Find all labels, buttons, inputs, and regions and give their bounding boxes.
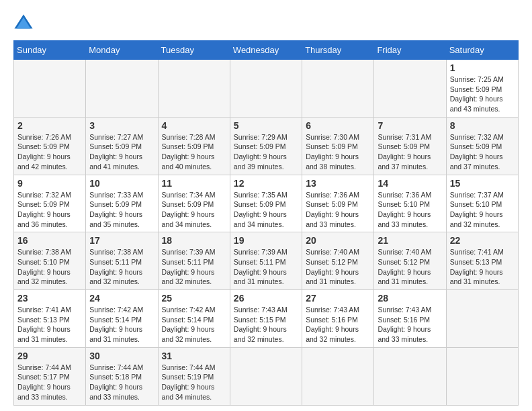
calendar-cell: 28Sunrise: 7:43 AMSunset: 5:16 PMDayligh…	[374, 290, 446, 348]
day-info: Sunrise: 7:37 AMSunset: 5:10 PMDaylight:…	[450, 190, 515, 230]
calendar-cell: 21Sunrise: 7:40 AMSunset: 5:12 PMDayligh…	[374, 232, 446, 290]
day-header-monday: Monday	[86, 41, 158, 60]
calendar-cell: 2Sunrise: 7:26 AMSunset: 5:09 PMDaylight…	[14, 117, 86, 175]
day-info: Sunrise: 7:38 AMSunset: 5:10 PMDaylight:…	[17, 247, 82, 287]
day-info: Sunrise: 7:33 AMSunset: 5:09 PMDaylight:…	[89, 190, 154, 230]
calendar-week-5: 23Sunrise: 7:41 AMSunset: 5:13 PMDayligh…	[14, 290, 519, 348]
day-info: Sunrise: 7:31 AMSunset: 5:09 PMDaylight:…	[378, 132, 442, 172]
day-number: 1	[450, 62, 515, 73]
day-number: 3	[89, 120, 154, 131]
day-header-saturday: Saturday	[446, 41, 518, 60]
day-info: Sunrise: 7:30 AMSunset: 5:09 PMDaylight:…	[306, 132, 370, 172]
calendar-cell	[302, 60, 374, 118]
calendar-cell: 3Sunrise: 7:27 AMSunset: 5:09 PMDaylight…	[86, 117, 158, 175]
calendar-cell: 4Sunrise: 7:28 AMSunset: 5:09 PMDaylight…	[158, 117, 230, 175]
calendar-cell: 30Sunrise: 7:44 AMSunset: 5:18 PMDayligh…	[86, 347, 158, 405]
calendar-cell: 5Sunrise: 7:29 AMSunset: 5:09 PMDaylight…	[230, 117, 302, 175]
calendar-cell: 15Sunrise: 7:37 AMSunset: 5:10 PMDayligh…	[446, 175, 518, 232]
calendar-cell: 29Sunrise: 7:44 AMSunset: 5:17 PMDayligh…	[14, 347, 86, 405]
day-info: Sunrise: 7:32 AMSunset: 5:09 PMDaylight:…	[17, 190, 82, 230]
day-number: 5	[234, 120, 298, 131]
day-number: 15	[450, 178, 515, 189]
calendar-cell: 26Sunrise: 7:43 AMSunset: 5:15 PMDayligh…	[230, 290, 302, 348]
day-info: Sunrise: 7:32 AMSunset: 5:09 PMDaylight:…	[450, 132, 515, 172]
day-info: Sunrise: 7:41 AMSunset: 5:13 PMDaylight:…	[17, 305, 82, 345]
logo	[13, 13, 36, 34]
day-number: 4	[162, 120, 226, 131]
calendar-cell	[230, 60, 302, 118]
calendar-cell: 16Sunrise: 7:38 AMSunset: 5:10 PMDayligh…	[14, 232, 86, 290]
day-number: 27	[306, 293, 370, 304]
day-number: 10	[89, 178, 154, 189]
day-number: 16	[17, 235, 82, 246]
day-number: 7	[378, 120, 442, 131]
day-info: Sunrise: 7:44 AMSunset: 5:19 PMDaylight:…	[162, 363, 226, 402]
calendar-week-1: 1Sunrise: 7:25 AMSunset: 5:09 PMDaylight…	[14, 60, 519, 118]
day-number: 6	[306, 120, 370, 131]
day-info: Sunrise: 7:28 AMSunset: 5:09 PMDaylight:…	[162, 132, 226, 172]
day-number: 25	[162, 293, 226, 304]
day-header-tuesday: Tuesday	[158, 41, 230, 60]
calendar-cell: 19Sunrise: 7:39 AMSunset: 5:11 PMDayligh…	[230, 232, 302, 290]
calendar-cell: 23Sunrise: 7:41 AMSunset: 5:13 PMDayligh…	[14, 290, 86, 348]
day-info: Sunrise: 7:42 AMSunset: 5:14 PMDaylight:…	[89, 305, 154, 345]
day-number: 17	[89, 235, 154, 246]
calendar-week-6: 29Sunrise: 7:44 AMSunset: 5:17 PMDayligh…	[14, 347, 519, 405]
calendar-cell: 22Sunrise: 7:41 AMSunset: 5:13 PMDayligh…	[446, 232, 518, 290]
day-info: Sunrise: 7:44 AMSunset: 5:18 PMDaylight:…	[89, 363, 154, 402]
page-header	[13, 13, 519, 34]
calendar-cell: 11Sunrise: 7:34 AMSunset: 5:09 PMDayligh…	[158, 175, 230, 232]
calendar-cell	[446, 347, 518, 405]
day-info: Sunrise: 7:39 AMSunset: 5:11 PMDaylight:…	[162, 247, 226, 287]
day-info: Sunrise: 7:34 AMSunset: 5:09 PMDaylight:…	[162, 190, 226, 230]
calendar-cell: 25Sunrise: 7:42 AMSunset: 5:14 PMDayligh…	[158, 290, 230, 348]
day-number: 14	[378, 178, 442, 189]
day-number: 19	[234, 235, 298, 246]
calendar-cell: 31Sunrise: 7:44 AMSunset: 5:19 PMDayligh…	[158, 347, 230, 405]
day-info: Sunrise: 7:39 AMSunset: 5:11 PMDaylight:…	[234, 247, 298, 287]
day-number: 8	[450, 120, 515, 131]
day-header-sunday: Sunday	[14, 41, 86, 60]
day-info: Sunrise: 7:35 AMSunset: 5:09 PMDaylight:…	[234, 190, 298, 230]
calendar-cell	[230, 347, 302, 405]
day-info: Sunrise: 7:25 AMSunset: 5:09 PMDaylight:…	[450, 75, 515, 114]
day-number: 13	[306, 178, 370, 189]
day-info: Sunrise: 7:40 AMSunset: 5:12 PMDaylight:…	[378, 247, 442, 287]
calendar-cell: 27Sunrise: 7:43 AMSunset: 5:16 PMDayligh…	[302, 290, 374, 348]
calendar-cell: 7Sunrise: 7:31 AMSunset: 5:09 PMDaylight…	[374, 117, 446, 175]
day-info: Sunrise: 7:40 AMSunset: 5:12 PMDaylight:…	[306, 247, 370, 287]
calendar-cell: 12Sunrise: 7:35 AMSunset: 5:09 PMDayligh…	[230, 175, 302, 232]
calendar-cell	[374, 347, 446, 405]
day-header-friday: Friday	[374, 41, 446, 60]
calendar-cell: 18Sunrise: 7:39 AMSunset: 5:11 PMDayligh…	[158, 232, 230, 290]
calendar-cell: 24Sunrise: 7:42 AMSunset: 5:14 PMDayligh…	[86, 290, 158, 348]
calendar-cell	[446, 290, 518, 348]
day-info: Sunrise: 7:36 AMSunset: 5:10 PMDaylight:…	[378, 190, 442, 230]
calendar-cell: 17Sunrise: 7:38 AMSunset: 5:11 PMDayligh…	[86, 232, 158, 290]
day-number: 26	[234, 293, 298, 304]
header-row: SundayMondayTuesdayWednesdayThursdayFrid…	[14, 41, 519, 60]
day-number: 31	[162, 351, 226, 361]
day-number: 24	[89, 293, 154, 304]
day-info: Sunrise: 7:43 AMSunset: 5:16 PMDaylight:…	[306, 305, 370, 345]
calendar-table: SundayMondayTuesdayWednesdayThursdayFrid…	[13, 40, 519, 406]
calendar-cell: 1Sunrise: 7:25 AMSunset: 5:09 PMDaylight…	[446, 60, 518, 118]
calendar-cell: 8Sunrise: 7:32 AMSunset: 5:09 PMDaylight…	[446, 117, 518, 175]
calendar-cell: 14Sunrise: 7:36 AMSunset: 5:10 PMDayligh…	[374, 175, 446, 232]
calendar-cell	[86, 60, 158, 118]
day-number: 30	[89, 351, 154, 361]
day-info: Sunrise: 7:42 AMSunset: 5:14 PMDaylight:…	[162, 305, 226, 345]
day-header-wednesday: Wednesday	[230, 41, 302, 60]
day-number: 2	[17, 120, 82, 131]
calendar-cell	[14, 60, 86, 118]
calendar-cell: 13Sunrise: 7:36 AMSunset: 5:09 PMDayligh…	[302, 175, 374, 232]
day-number: 12	[234, 178, 298, 189]
calendar-cell: 20Sunrise: 7:40 AMSunset: 5:12 PMDayligh…	[302, 232, 374, 290]
calendar-week-3: 9Sunrise: 7:32 AMSunset: 5:09 PMDaylight…	[14, 175, 519, 232]
day-number: 29	[17, 351, 82, 361]
calendar-week-4: 16Sunrise: 7:38 AMSunset: 5:10 PMDayligh…	[14, 232, 519, 290]
day-info: Sunrise: 7:27 AMSunset: 5:09 PMDaylight:…	[89, 132, 154, 172]
calendar-cell	[374, 60, 446, 118]
day-info: Sunrise: 7:26 AMSunset: 5:09 PMDaylight:…	[17, 132, 82, 172]
day-info: Sunrise: 7:36 AMSunset: 5:09 PMDaylight:…	[306, 190, 370, 230]
